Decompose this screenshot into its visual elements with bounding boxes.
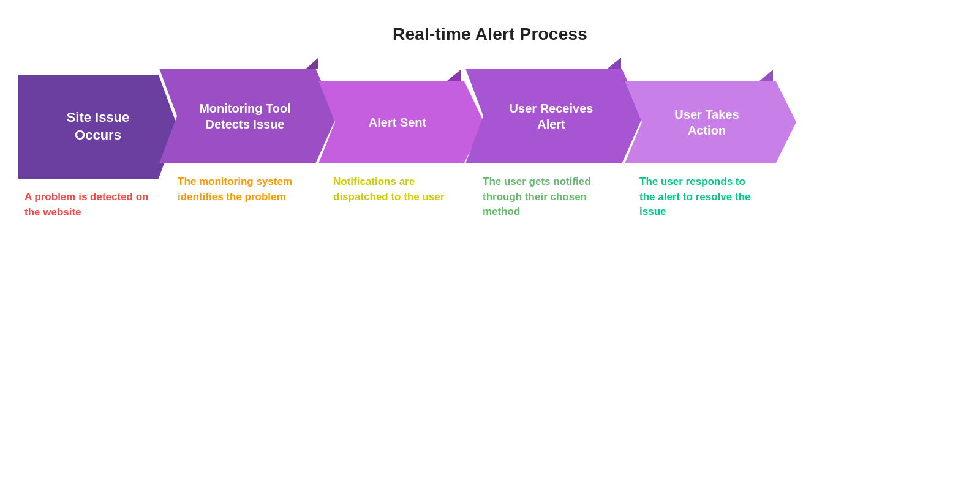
arrow-step2: Monitoring ToolDetects Issue [159,69,337,163]
step2-label: Monitoring ToolDetects Issue [199,100,291,132]
diagram-area: Site IssueOccurs A problem is detected o… [18,75,962,220]
fold-corner-5 [760,70,773,81]
step-col-2: Monitoring ToolDetects Issue The monitor… [159,69,337,204]
arrow-step1: Site IssueOccurs [18,75,178,179]
fold-corner-4 [608,58,621,69]
step5-description: The user responds to the alert to resolv… [625,174,760,220]
step5-label: User TakesAction [674,106,739,138]
step-col-1: Site IssueOccurs A problem is detected o… [18,75,178,220]
arrow-step3: Alert Sent [318,81,484,163]
fold-corner-3 [447,70,461,81]
arrow-step4: User ReceivesAlert [466,69,643,163]
step1-label: Site IssueOccurs [67,109,130,144]
step4-description: The user gets notified through their cho… [466,174,600,220]
step2-description: The monitoring system identifies the pro… [159,174,294,204]
step3-description: Notifications are dispatched to the user [318,174,453,204]
step-col-5: User TakesAction The user responds to th… [625,81,796,220]
step-col-3: Alert Sent Notifications are dispatched … [318,81,484,204]
arrow-step5: User TakesAction [625,81,796,163]
page-title: Real-time Alert Process [393,24,587,44]
step3-label: Alert Sent [369,114,426,130]
step1-description: A problem is detected on the website [18,190,153,220]
step-col-4: User ReceivesAlert The user gets notifie… [466,69,643,220]
step4-label: User ReceivesAlert [510,100,594,132]
fold-corner-2 [306,58,318,69]
